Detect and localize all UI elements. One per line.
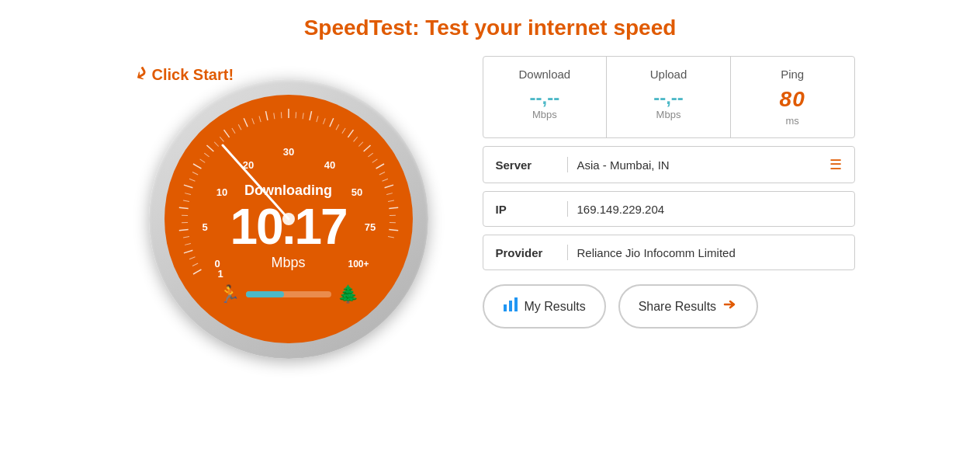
svg-line-15 — [193, 164, 201, 169]
svg-line-36 — [329, 118, 333, 127]
svg-line-54 — [389, 230, 398, 231]
svg-line-13 — [189, 179, 195, 181]
upload-unit: Mbps — [656, 109, 681, 120]
upload-label: Upload — [650, 68, 687, 81]
action-buttons: My Results Share Results — [483, 284, 855, 329]
svg-line-48 — [384, 185, 393, 188]
gauge-speed-value: 10.17 — [230, 202, 346, 252]
ip-key: IP — [496, 203, 558, 216]
tree-icon: 🌲 — [338, 284, 358, 304]
server-row: Server Asia - Mumbai, IN ☰ — [483, 146, 855, 183]
svg-text:20: 20 — [242, 159, 253, 171]
share-results-label: Share Results — [639, 300, 717, 314]
svg-line-27 — [265, 111, 267, 120]
svg-line-18 — [206, 145, 213, 151]
svg-line-19 — [214, 142, 219, 147]
svg-line-42 — [363, 145, 370, 151]
svg-line-2 — [189, 257, 195, 259]
info-panel: Download --,-- Mbps Upload --,-- Mbps Pi… — [483, 56, 855, 329]
svg-text:1: 1 — [217, 268, 223, 280]
bar-chart-icon — [503, 297, 518, 316]
gauge-speed-unit: Mbps — [271, 255, 305, 271]
svg-line-41 — [358, 142, 363, 147]
server-divider — [567, 157, 568, 172]
ip-value: 169.149.229.204 — [577, 203, 842, 216]
progress-track — [246, 291, 331, 297]
svg-rect-69 — [509, 301, 512, 311]
svg-line-14 — [192, 172, 197, 176]
svg-line-51 — [389, 207, 398, 208]
svg-line-39 — [348, 130, 353, 137]
svg-text:5: 5 — [202, 221, 207, 233]
svg-line-49 — [386, 193, 393, 195]
svg-text:100+: 100+ — [348, 259, 369, 269]
svg-line-43 — [368, 153, 372, 157]
download-label: Download — [518, 68, 570, 81]
svg-line-45 — [376, 164, 383, 169]
download-metric: Download --,-- Mbps — [483, 57, 608, 137]
server-menu-icon[interactable]: ☰ — [829, 156, 842, 173]
svg-text:10: 10 — [216, 186, 227, 198]
click-start-arrow-icon: ⤶ — [129, 61, 153, 88]
metrics-row: Download --,-- Mbps Upload --,-- Mbps Pi… — [483, 56, 855, 138]
ip-row: IP 169.149.229.204 — [483, 191, 855, 227]
svg-line-46 — [379, 172, 384, 176]
svg-line-6 — [178, 230, 188, 231]
svg-line-25 — [251, 118, 254, 124]
upload-metric: Upload --,-- Mbps — [607, 57, 731, 137]
ip-divider — [567, 201, 568, 217]
svg-line-21 — [223, 130, 229, 137]
svg-line-47 — [382, 179, 387, 181]
svg-line-11 — [185, 193, 191, 195]
click-start-label: ⤶ Click Start! — [133, 64, 234, 85]
progress-fill — [246, 291, 285, 297]
my-results-button[interactable]: My Results — [483, 284, 606, 329]
download-unit: Mbps — [532, 109, 557, 120]
svg-line-9 — [178, 207, 188, 208]
provider-key: Provider — [496, 246, 558, 259]
svg-rect-70 — [514, 297, 518, 311]
provider-divider — [567, 245, 568, 260]
provider-row: Provider Reliance Jio Infocomm Limited — [483, 235, 855, 270]
svg-line-4 — [185, 243, 191, 245]
svg-line-23 — [238, 124, 241, 130]
my-results-label: My Results — [525, 300, 586, 314]
svg-line-31 — [296, 112, 296, 118]
gauge-inner: // We'll draw this via inline SVG paths — [164, 95, 413, 343]
svg-line-34 — [316, 116, 317, 122]
svg-line-10 — [183, 200, 189, 201]
server-key: Server — [496, 158, 558, 172]
svg-line-3 — [183, 250, 192, 253]
svg-line-26 — [258, 116, 260, 122]
share-results-button[interactable]: Share Results — [618, 284, 759, 329]
svg-text:50: 50 — [351, 186, 362, 198]
gauge-status-label: Downloading — [244, 183, 332, 199]
svg-line-1 — [192, 263, 197, 266]
svg-line-29 — [281, 112, 282, 118]
svg-line-0 — [193, 269, 201, 274]
provider-value: Reliance Jio Infocomm Limited — [577, 246, 842, 259]
svg-line-50 — [388, 200, 394, 201]
upload-value: --,-- — [653, 87, 684, 109]
svg-line-33 — [310, 111, 311, 120]
runner-icon: 🏃 — [219, 284, 240, 304]
svg-line-24 — [244, 118, 248, 127]
svg-line-17 — [204, 153, 209, 157]
svg-line-28 — [273, 113, 274, 119]
server-value: Asia - Mumbai, IN — [577, 158, 829, 172]
download-value: --,-- — [530, 87, 560, 109]
gauge-center-content: Downloading 10.17 Mbps — [230, 183, 346, 271]
main-content: ⤶ Click Start! // We'll draw this via in… — [64, 56, 917, 359]
svg-line-32 — [303, 113, 303, 119]
gauge-progress-bar: 🏃 🌲 — [219, 284, 358, 304]
svg-line-16 — [199, 159, 205, 162]
ping-value: 80 — [780, 87, 805, 112]
svg-text:40: 40 — [324, 159, 334, 171]
svg-line-55 — [388, 237, 394, 238]
svg-line-12 — [183, 185, 192, 188]
svg-line-22 — [231, 128, 234, 134]
gauge-outer[interactable]: // We'll draw this via inline SVG paths — [149, 79, 428, 359]
svg-text:30: 30 — [282, 146, 293, 158]
share-arrow-icon — [722, 297, 738, 316]
ping-unit: ms — [786, 115, 799, 127]
